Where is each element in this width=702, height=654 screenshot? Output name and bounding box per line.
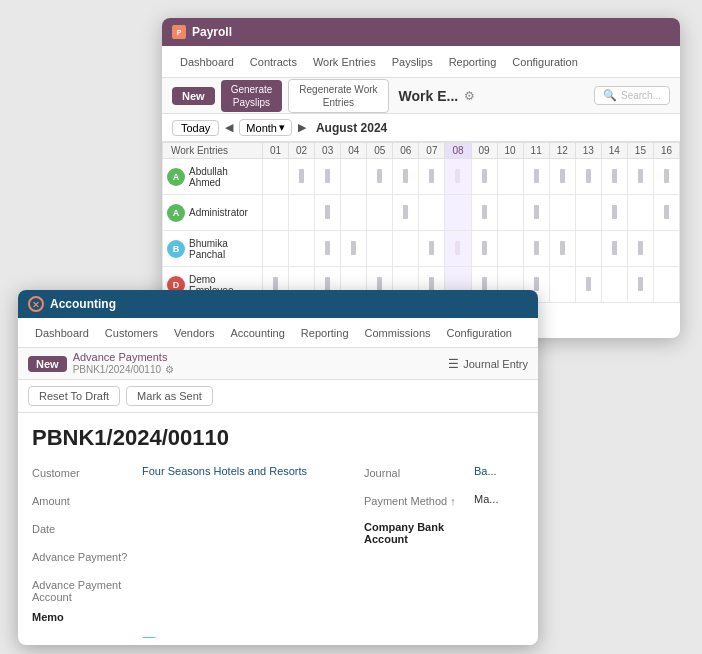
day-cell (627, 231, 653, 267)
journal-entry-container: ☰ Journal Entry (448, 357, 528, 371)
company-bank-value: Company BankAccount (364, 521, 444, 545)
day-cell (315, 159, 341, 195)
form-layout: Customer Four Seasons Hotels and Resorts… (32, 465, 524, 638)
payroll-topbar: P Payroll (162, 18, 680, 46)
accounting-window: ✕ Accounting Dashboard Customers Vendors… (18, 290, 538, 645)
mark-as-sent-button[interactable]: Mark as Sent (126, 386, 213, 406)
breadcrumb-main-link[interactable]: Advance Payments (73, 351, 174, 364)
reset-to-draft-button[interactable]: Reset To Draft (28, 386, 120, 406)
day-cell (601, 267, 627, 303)
form-row-company-bank: Company BankAccount (364, 521, 524, 545)
employee-name: Abdullah Ahmed (189, 166, 261, 188)
search-box[interactable]: 🔍 Search... (594, 86, 670, 105)
form-row-payment-method: Payment Method ↑ Ma... (364, 493, 524, 515)
form-content: PBNK1/2024/00110 Customer Four Seasons H… (18, 413, 538, 638)
form-left: Customer Four Seasons Hotels and Resorts… (32, 465, 344, 638)
month-selector[interactable]: Month ▾ (239, 119, 292, 136)
day-cell (289, 159, 315, 195)
regenerate-work-entries-button[interactable]: Regenerate WorkEntries (288, 79, 388, 113)
payroll-nav-contracts[interactable]: Contracts (242, 46, 305, 77)
payroll-nav-work-entries[interactable]: Work Entries (305, 46, 384, 77)
form-row-advance-payment: Advance Payment? (32, 549, 344, 571)
generate-payslips-button[interactable]: GeneratePayslips (221, 80, 283, 112)
svg-text:P: P (177, 29, 182, 36)
day-cell (575, 195, 601, 231)
day-cell (263, 195, 289, 231)
day-01: 01 (263, 143, 289, 159)
breadcrumb: Advance Payments PBNK1/2024/00110 ⚙ (73, 351, 174, 376)
avatar: A (167, 204, 185, 222)
form-row-sales-commission: Sales CommissionApply ✓ (32, 637, 344, 638)
breadcrumb-gear-icon[interactable]: ⚙ (165, 364, 174, 376)
payroll-nav-payslips[interactable]: Payslips (384, 46, 441, 77)
day-cell (497, 159, 523, 195)
acct-new-button[interactable]: New (28, 356, 67, 372)
customer-value[interactable]: Four Seasons Hotels and Resorts (142, 465, 307, 477)
day-cell (393, 195, 419, 231)
odoo-logo-icon: ✕ (28, 296, 44, 312)
day-cell (471, 231, 497, 267)
payroll-nav-configuration[interactable]: Configuration (504, 46, 585, 77)
acct-nav-customers[interactable]: Customers (98, 318, 165, 347)
sales-commission-checkbox[interactable]: ✓ (142, 637, 156, 638)
day-16: 16 (653, 143, 679, 159)
next-month-button[interactable]: ▶ (298, 121, 306, 134)
day-07: 07 (419, 143, 445, 159)
day-15: 15 (627, 143, 653, 159)
form-row-amount: Amount (32, 493, 344, 515)
acct-nav-vendors[interactable]: Vendors (167, 318, 221, 347)
new-button[interactable]: New (172, 87, 215, 105)
day-04: 04 (341, 143, 367, 159)
search-placeholder: Search... (621, 90, 661, 101)
day-03: 03 (315, 143, 341, 159)
day-11: 11 (523, 143, 549, 159)
payroll-toolbar: New GeneratePayslips Regenerate WorkEntr… (162, 78, 680, 114)
day-cell (419, 231, 445, 267)
table-row: B Bhumika Panchal (163, 231, 680, 267)
day-cell (289, 231, 315, 267)
payment-method-value: Ma... (474, 493, 498, 505)
payroll-title: Payroll (192, 25, 232, 39)
acct-nav-accounting[interactable]: Accounting (223, 318, 291, 347)
advance-payment-label: Advance Payment? (32, 549, 142, 563)
acct-nav-reporting[interactable]: Reporting (294, 318, 356, 347)
gear-icon[interactable]: ⚙ (464, 89, 475, 103)
day-cell (653, 195, 679, 231)
prev-month-button[interactable]: ◀ (225, 121, 233, 134)
form-right: Journal Ba... Payment Method ↑ Ma... Com… (364, 465, 524, 638)
acct-nav-commissions[interactable]: Commissions (358, 318, 438, 347)
calendar-table: Work Entries 01 02 03 04 05 06 07 08 09 … (162, 142, 680, 303)
day-cell-highlight (445, 159, 471, 195)
form-row-memo: Memo (32, 609, 344, 631)
payroll-nav-reporting[interactable]: Reporting (441, 46, 505, 77)
journal-entry-label[interactable]: Journal Entry (463, 358, 528, 370)
acct-nav-configuration[interactable]: Configuration (440, 318, 519, 347)
date-label: Date (32, 521, 142, 535)
day-05: 05 (367, 143, 393, 159)
day-cell (367, 231, 393, 267)
journal-value[interactable]: Ba... (474, 465, 497, 477)
accounting-toolbar: New Advance Payments PBNK1/2024/00110 ⚙ … (18, 348, 538, 380)
table-row: A Administrator (163, 195, 680, 231)
day-08: 08 (445, 143, 471, 159)
month-label: Month (246, 122, 277, 134)
today-button[interactable]: Today (172, 120, 219, 136)
work-entries-label: Work E... (399, 88, 459, 104)
breadcrumb-sub: PBNK1/2024/00110 ⚙ (73, 364, 174, 376)
acct-nav-dashboard[interactable]: Dashboard (28, 318, 96, 347)
day-cell-highlight (445, 231, 471, 267)
form-row-journal: Journal Ba... (364, 465, 524, 487)
day-cell (471, 195, 497, 231)
day-cell (549, 195, 575, 231)
accounting-title: Accounting (50, 297, 116, 311)
payroll-nav-dashboard[interactable]: Dashboard (172, 46, 242, 77)
day-cell (549, 267, 575, 303)
search-icon: 🔍 (603, 89, 617, 102)
avatar: B (167, 240, 185, 258)
day-cell (497, 195, 523, 231)
day-cell (471, 159, 497, 195)
table-row: A Abdullah Ahmed (163, 159, 680, 195)
day-cell (575, 267, 601, 303)
sales-commission-label: Sales CommissionApply (32, 637, 142, 638)
day-10: 10 (497, 143, 523, 159)
